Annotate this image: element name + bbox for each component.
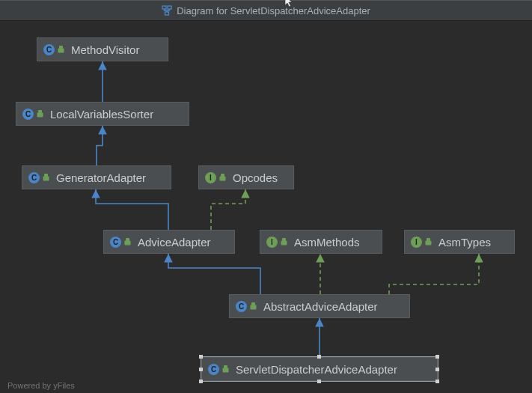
svg-rect-18 bbox=[251, 305, 257, 309]
node-opcodes[interactable]: IOpcodes bbox=[198, 165, 294, 189]
selection-handle[interactable] bbox=[199, 355, 203, 359]
svg-rect-17 bbox=[251, 302, 255, 305]
class-icon: C bbox=[236, 301, 247, 312]
visibility-icon bbox=[221, 365, 230, 374]
svg-rect-16 bbox=[426, 240, 432, 245]
node-abstract-advice-adapter[interactable]: CAbstractAdviceAdapter bbox=[229, 294, 410, 318]
node-label: AsmMethods bbox=[294, 236, 360, 249]
selection-handle[interactable] bbox=[199, 368, 203, 371]
svg-rect-2 bbox=[165, 12, 169, 15]
edge-abstract-advice-adapter-to-advice-adapter bbox=[168, 254, 260, 294]
interface-icon: I bbox=[266, 237, 278, 248]
selection-handle[interactable] bbox=[199, 380, 203, 383]
title-text: Diagram for ServletDispatcherAdviceAdapt… bbox=[177, 5, 370, 16]
class-icon: C bbox=[22, 109, 34, 120]
node-method-visitor[interactable]: CMethodVisitor bbox=[37, 37, 168, 61]
svg-rect-1 bbox=[168, 6, 171, 9]
svg-rect-0 bbox=[162, 6, 166, 9]
node-label: AdviceAdapter bbox=[138, 236, 211, 249]
edge-advice-adapter-to-generator-adapter bbox=[96, 189, 168, 230]
svg-rect-19 bbox=[224, 365, 227, 368]
edge-advice-adapter-to-opcodes bbox=[211, 189, 245, 230]
interface-icon: I bbox=[411, 237, 422, 248]
node-label: ServletDispatcherAdviceAdapter bbox=[236, 363, 397, 376]
node-label: MethodVisitor bbox=[71, 43, 139, 56]
selection-handle[interactable] bbox=[435, 368, 439, 371]
selection-handle[interactable] bbox=[435, 380, 439, 383]
svg-rect-9 bbox=[221, 174, 224, 177]
visibility-icon bbox=[123, 238, 132, 246]
svg-rect-8 bbox=[43, 176, 49, 180]
node-label: Opcodes bbox=[233, 171, 278, 184]
svg-rect-10 bbox=[220, 176, 226, 180]
selection-handle[interactable] bbox=[317, 380, 321, 383]
edges-layer bbox=[0, 21, 532, 393]
visibility-icon bbox=[424, 238, 432, 246]
svg-rect-4 bbox=[58, 48, 64, 52]
node-asm-methods[interactable]: IAsmMethods bbox=[260, 230, 382, 254]
node-label: AbstractAdviceAdapter bbox=[263, 300, 378, 313]
class-icon: C bbox=[43, 44, 55, 55]
node-servlet-dispatcher[interactable]: CServletDispatcherAdviceAdapter bbox=[201, 357, 438, 381]
footer-credit: Powered by yFiles bbox=[7, 381, 75, 390]
class-icon: C bbox=[208, 364, 219, 375]
node-label: LocalVariablesSorter bbox=[50, 108, 153, 121]
svg-rect-6 bbox=[37, 112, 43, 117]
edge-abstract-advice-adapter-to-asm-types bbox=[389, 254, 479, 294]
svg-rect-3 bbox=[59, 46, 63, 49]
svg-rect-12 bbox=[125, 240, 131, 245]
svg-rect-20 bbox=[223, 368, 229, 372]
node-label: AsmTypes bbox=[438, 236, 491, 249]
node-local-variables-sorter[interactable]: CLocalVariablesSorter bbox=[16, 102, 189, 126]
visibility-icon bbox=[42, 174, 50, 182]
edge-generator-adapter-to-local-variables-sorter bbox=[97, 126, 103, 165]
visibility-icon bbox=[280, 238, 288, 246]
visibility-icon bbox=[57, 46, 65, 54]
svg-rect-15 bbox=[426, 238, 430, 241]
svg-rect-7 bbox=[44, 174, 48, 177]
visibility-icon bbox=[36, 110, 44, 118]
svg-rect-11 bbox=[126, 238, 129, 241]
titlebar: Diagram for ServletDispatcherAdviceAdapt… bbox=[0, 0, 532, 21]
class-icon: C bbox=[110, 237, 121, 248]
selection-handle[interactable] bbox=[317, 355, 321, 359]
node-label: GeneratorAdapter bbox=[56, 171, 146, 184]
interface-icon: I bbox=[205, 172, 216, 183]
svg-rect-5 bbox=[38, 110, 42, 113]
node-asm-types[interactable]: IAsmTypes bbox=[404, 230, 515, 254]
svg-rect-13 bbox=[282, 238, 286, 241]
svg-rect-14 bbox=[281, 240, 287, 245]
diagram-icon bbox=[162, 5, 172, 16]
node-generator-adapter[interactable]: CGeneratorAdapter bbox=[22, 165, 171, 189]
diagram-canvas[interactable]: CMethodVisitorCLocalVariablesSorterCGene… bbox=[0, 21, 532, 393]
node-advice-adapter[interactable]: CAdviceAdapter bbox=[103, 230, 235, 254]
class-icon: C bbox=[28, 172, 40, 183]
visibility-icon bbox=[218, 174, 227, 182]
visibility-icon bbox=[249, 302, 257, 311]
selection-handle[interactable] bbox=[435, 355, 439, 359]
